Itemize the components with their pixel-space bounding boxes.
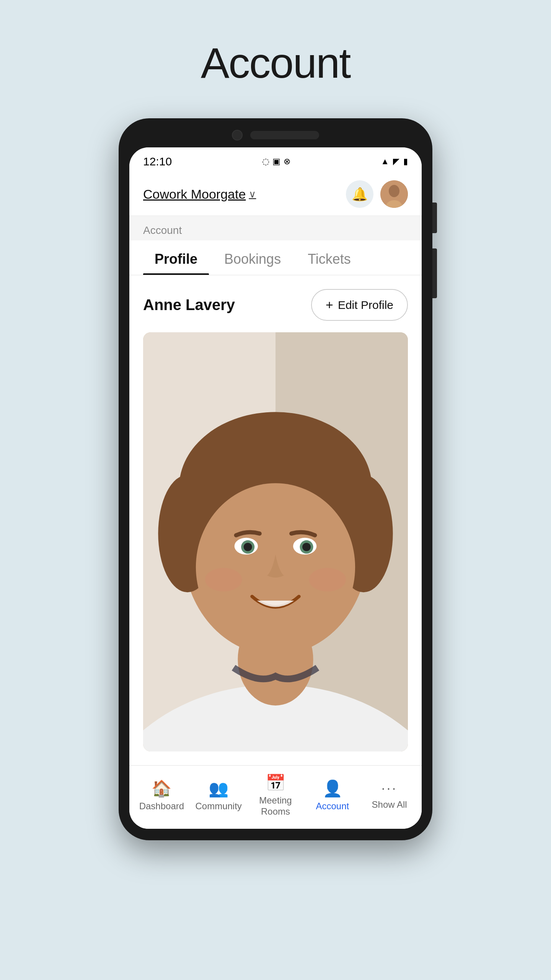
chevron-down-icon: ∨ <box>249 188 256 200</box>
home-icon: 🏠 <box>152 779 171 798</box>
nav-item-dashboard[interactable]: 🏠 Dashboard <box>137 779 186 812</box>
account-icon: 👤 <box>323 779 342 798</box>
circle-icon: ◌ <box>262 157 269 167</box>
edit-profile-button[interactable]: + Edit Profile <box>311 289 408 321</box>
profile-portrait-svg <box>143 332 408 751</box>
nav-label-show-all: Show All <box>372 799 407 810</box>
edit-profile-label: Edit Profile <box>338 299 393 312</box>
signal-icon: ◤ <box>393 157 399 167</box>
calendar-icon: 📅 <box>266 773 285 792</box>
sd-icon: ▣ <box>272 157 280 167</box>
svg-point-20 <box>205 568 242 591</box>
nav-label-community: Community <box>196 801 242 812</box>
wifi-icon: ▲ <box>381 157 389 167</box>
tabs-bar: Profile Bookings Tickets <box>129 240 422 275</box>
nav-label-account: Account <box>316 801 349 812</box>
workspace-selector[interactable]: Cowork Moorgate ∨ <box>143 187 256 202</box>
block-icon: ⊗ <box>284 157 290 167</box>
nav-item-account[interactable]: 👤 Account <box>308 779 357 812</box>
svg-point-19 <box>302 543 311 551</box>
phone-shell: 12:10 ◌ ▣ ⊗ ▲ ◤ ▮ Cowork Moorgate ∨ 🔔 <box>119 118 432 840</box>
front-camera <box>232 130 243 140</box>
status-bar: 12:10 ◌ ▣ ⊗ ▲ ◤ ▮ <box>129 147 422 173</box>
phone-screen: 12:10 ◌ ▣ ⊗ ▲ ◤ ▮ Cowork Moorgate ∨ 🔔 <box>129 147 422 829</box>
bell-icon: 🔔 <box>352 186 368 202</box>
tab-bookings[interactable]: Bookings <box>213 240 292 275</box>
avatar-svg <box>380 180 408 208</box>
svg-point-18 <box>244 543 252 551</box>
notifications-button[interactable]: 🔔 <box>346 180 373 208</box>
community-icon: 👥 <box>209 779 228 798</box>
status-time: 12:10 <box>143 155 172 168</box>
nav-label-dashboard: Dashboard <box>139 801 184 812</box>
section-label: Account <box>129 216 422 240</box>
tab-profile[interactable]: Profile <box>143 240 209 275</box>
profile-photo <box>143 332 408 751</box>
status-right-icons: ▲ ◤ ▮ <box>381 157 408 167</box>
user-avatar-button[interactable] <box>380 180 408 208</box>
more-icon: ··· <box>381 780 398 796</box>
nav-item-community[interactable]: 👥 Community <box>194 779 243 812</box>
app-header: Cowork Moorgate ∨ 🔔 <box>129 173 422 216</box>
page-title: Account <box>201 38 350 88</box>
user-name: Anne Lavery <box>143 296 235 314</box>
phone-top-bar <box>129 130 422 140</box>
profile-content: Anne Lavery + Edit Profile <box>129 275 422 765</box>
header-actions: 🔔 <box>346 180 408 208</box>
nav-label-meeting-rooms: Meeting Rooms <box>259 795 292 817</box>
status-left-icons: ◌ ▣ ⊗ <box>262 157 290 167</box>
svg-point-1 <box>389 185 399 197</box>
profile-header: Anne Lavery + Edit Profile <box>143 289 408 321</box>
plus-icon: + <box>326 297 333 312</box>
nav-item-meeting-rooms[interactable]: 📅 Meeting Rooms <box>251 773 300 817</box>
speaker-grille <box>250 131 319 139</box>
nav-item-show-all[interactable]: ··· Show All <box>365 780 414 810</box>
bottom-nav: 🏠 Dashboard 👥 Community 📅 Meeting Rooms … <box>129 765 422 829</box>
workspace-name-label: Cowork Moorgate <box>143 187 246 202</box>
svg-point-21 <box>309 568 346 591</box>
battery-icon: ▮ <box>403 157 408 167</box>
tab-tickets[interactable]: Tickets <box>296 240 362 275</box>
